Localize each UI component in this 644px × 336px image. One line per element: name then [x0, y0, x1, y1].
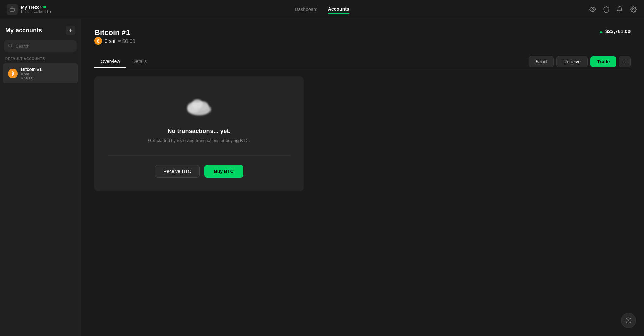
cloud-icon — [184, 96, 214, 118]
account-title-row: Bitcoin #1 — [94, 28, 135, 37]
topnav-right — [589, 5, 637, 13]
trezor-wallet[interactable]: Hidden wallet #1 ▾ — [21, 10, 52, 14]
account-sat: 0 sat — [21, 72, 42, 76]
sidebar: My accounts + DEFAULT ACCOUNTS ₿ Bitcoin… — [0, 19, 81, 336]
search-container — [0, 40, 81, 57]
trezor-info: My Trezor Hidden wallet #1 ▾ — [21, 5, 52, 14]
trezor-name: My Trezor — [21, 5, 52, 10]
list-item[interactable]: ₿ Bitcoin #1 0 sat ≈ $0.00 — [3, 63, 78, 83]
sidebar-header: My accounts + — [0, 26, 81, 40]
account-header: Bitcoin #1 ₿ 0 sat ≈ $0.00 ▲ $23,761.00 — [94, 28, 631, 53]
tabs-row: Overview Details Send Receive Trade ··· — [94, 55, 631, 68]
receive-btc-button[interactable]: Receive BTC — [155, 165, 199, 178]
balance-row: ₿ 0 sat ≈ $0.00 — [94, 37, 135, 45]
actions-row: Send Receive Trade ··· — [529, 56, 631, 67]
search-input[interactable] — [16, 44, 73, 49]
empty-actions: Receive BTC Buy BTC — [155, 165, 243, 178]
topnav-left: My Trezor Hidden wallet #1 ▾ — [7, 4, 52, 15]
help-fab[interactable] — [621, 313, 636, 328]
sidebar-title: My accounts — [5, 27, 42, 34]
svg-point-8 — [192, 99, 203, 109]
more-button[interactable]: ··· — [619, 56, 631, 67]
tabs-left: Overview Details — [94, 55, 153, 68]
layout: My accounts + DEFAULT ACCOUNTS ₿ Bitcoin… — [0, 19, 644, 336]
svg-point-3 — [9, 44, 12, 47]
btc-icon-small: ₿ — [94, 37, 102, 45]
section-label: DEFAULT ACCOUNTS — [0, 57, 81, 63]
empty-title: No transactions... yet. — [167, 128, 230, 135]
btc-icon: ₿ — [8, 69, 18, 78]
gear-icon[interactable] — [629, 5, 637, 13]
page-title: Bitcoin #1 — [94, 28, 130, 37]
empty-state-card: No transactions... yet. Get started by r… — [94, 76, 304, 191]
balance-usd: ≈ $0.00 — [118, 38, 135, 44]
buy-btc-button[interactable]: Buy BTC — [204, 165, 243, 178]
svg-rect-0 — [10, 8, 14, 11]
tab-overview[interactable]: Overview — [94, 55, 126, 68]
svg-point-1 — [592, 8, 594, 10]
bell-icon[interactable] — [616, 5, 624, 13]
nav-dashboard[interactable]: Dashboard — [295, 5, 318, 13]
cloud-svg — [184, 96, 214, 117]
svg-line-4 — [11, 47, 12, 48]
empty-subtitle: Get started by receiving transactions or… — [148, 138, 250, 143]
trezor-logo — [7, 4, 18, 15]
balance-sat: 0 sat — [105, 38, 116, 44]
main-content: Bitcoin #1 ₿ 0 sat ≈ $0.00 ▲ $23,761.00 … — [81, 19, 644, 336]
divider — [108, 155, 290, 156]
search-icon — [8, 43, 13, 49]
trade-button[interactable]: Trade — [590, 56, 616, 67]
topnav: My Trezor Hidden wallet #1 ▾ Dashboard A… — [0, 0, 644, 19]
send-button[interactable]: Send — [529, 56, 554, 67]
account-info: Bitcoin #1 0 sat ≈ $0.00 — [21, 67, 42, 80]
shield-icon[interactable] — [602, 5, 610, 13]
account-name: Bitcoin #1 — [21, 67, 42, 72]
add-account-button[interactable]: + — [66, 26, 75, 35]
nav-accounts[interactable]: Accounts — [328, 5, 349, 14]
svg-point-2 — [633, 8, 634, 10]
search-input-wrap[interactable] — [4, 40, 77, 52]
status-dot — [43, 6, 46, 8]
up-arrow-icon: ▲ — [599, 29, 603, 34]
tab-details[interactable]: Details — [126, 55, 153, 68]
portfolio-value: ▲ $23,761.00 — [599, 28, 631, 34]
topnav-center: Dashboard Accounts — [295, 5, 349, 14]
receive-button[interactable]: Receive — [556, 56, 588, 67]
account-usd: ≈ $0.00 — [21, 76, 42, 80]
eye-icon[interactable] — [589, 5, 597, 13]
